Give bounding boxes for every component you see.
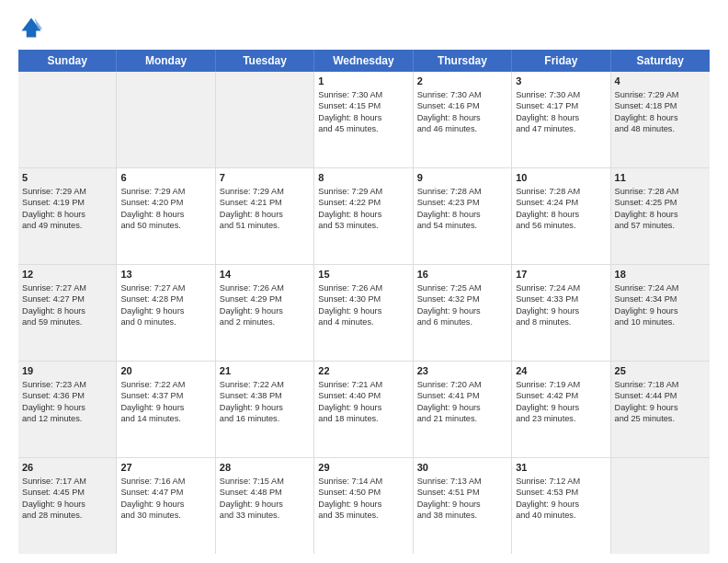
cell-info-line: Daylight: 8 hours [516, 209, 606, 220]
cell-info-line: Sunrise: 7:30 AM [318, 89, 408, 100]
cell-info-line: and 56 minutes. [516, 220, 606, 231]
cell-info-line: Sunset: 4:22 PM [318, 197, 408, 208]
cell-info-line: Sunset: 4:23 PM [417, 197, 507, 208]
cell-info-line: and 57 minutes. [615, 220, 706, 231]
calendar-cell-14: 14Sunrise: 7:26 AMSunset: 4:29 PMDayligh… [216, 265, 314, 361]
cell-info-line: Sunset: 4:24 PM [516, 197, 606, 208]
cell-info-line: Daylight: 9 hours [120, 402, 210, 413]
cell-info-line: Sunrise: 7:28 AM [516, 186, 606, 197]
calendar-cell-18: 18Sunrise: 7:24 AMSunset: 4:34 PMDayligh… [611, 265, 710, 361]
day-number: 18 [615, 268, 706, 282]
day-number: 28 [220, 461, 310, 475]
calendar-row-1: 5Sunrise: 7:29 AMSunset: 4:19 PMDaylight… [18, 168, 710, 265]
cell-info-line: and 6 minutes. [417, 316, 507, 327]
cell-info-line: Sunrise: 7:29 AM [220, 186, 310, 197]
calendar-cell-empty-0-0 [18, 72, 117, 167]
day-number: 11 [615, 171, 706, 185]
cell-info-line: Daylight: 8 hours [417, 112, 507, 123]
day-number: 24 [516, 364, 606, 378]
cell-info-line: Sunrise: 7:25 AM [417, 282, 507, 293]
day-number: 1 [318, 75, 408, 88]
cell-info-line: Sunrise: 7:20 AM [417, 379, 507, 390]
cell-info-line: Sunrise: 7:21 AM [318, 379, 408, 390]
calendar-cell-12: 12Sunrise: 7:27 AMSunset: 4:27 PMDayligh… [18, 265, 117, 361]
calendar-body: 1Sunrise: 7:30 AMSunset: 4:15 PMDaylight… [18, 72, 710, 554]
weekday-header-tuesday: Tuesday [216, 50, 314, 72]
weekday-header-monday: Monday [117, 50, 215, 72]
day-number: 7 [220, 171, 310, 185]
cell-info-line: Sunset: 4:53 PM [516, 487, 606, 498]
weekday-header-friday: Friday [512, 50, 610, 72]
cell-info-line: Daylight: 9 hours [318, 499, 408, 510]
calendar-cell-28: 28Sunrise: 7:15 AMSunset: 4:48 PMDayligh… [216, 458, 314, 554]
day-number: 3 [516, 75, 606, 88]
calendar-cell-26: 26Sunrise: 7:17 AMSunset: 4:45 PMDayligh… [18, 458, 117, 554]
cell-info-line: Daylight: 9 hours [417, 499, 507, 510]
calendar-cell-4: 4Sunrise: 7:29 AMSunset: 4:18 PMDaylight… [611, 72, 710, 167]
calendar-cell-21: 21Sunrise: 7:22 AMSunset: 4:38 PMDayligh… [216, 362, 314, 457]
cell-info-line: Daylight: 9 hours [516, 499, 606, 510]
cell-info-line: Sunset: 4:33 PM [516, 293, 606, 304]
calendar-cell-29: 29Sunrise: 7:14 AMSunset: 4:50 PMDayligh… [314, 458, 413, 554]
cell-info-line: Daylight: 8 hours [220, 209, 310, 220]
cell-info-line: Sunset: 4:37 PM [120, 390, 210, 401]
day-number: 31 [516, 461, 606, 475]
calendar-cell-empty-0-1 [117, 72, 215, 167]
cell-info-line: Daylight: 9 hours [220, 305, 310, 316]
cell-info-line: Sunrise: 7:26 AM [318, 282, 408, 293]
cell-info-line: and 48 minutes. [615, 123, 706, 134]
cell-info-line: Daylight: 9 hours [318, 305, 408, 316]
cell-info-line: Daylight: 8 hours [516, 112, 606, 123]
calendar-cell-3: 3Sunrise: 7:30 AMSunset: 4:17 PMDaylight… [512, 72, 610, 167]
cell-info-line: Daylight: 8 hours [615, 209, 706, 220]
cell-info-line: and 8 minutes. [516, 316, 606, 327]
calendar-cell-2: 2Sunrise: 7:30 AMSunset: 4:16 PMDaylight… [414, 72, 512, 167]
cell-info-line: Sunset: 4:44 PM [615, 390, 706, 401]
cell-info-line: and 30 minutes. [120, 510, 210, 521]
calendar-cell-empty-0-2 [216, 72, 314, 167]
cell-info-line: Sunset: 4:40 PM [318, 390, 408, 401]
day-number: 10 [516, 171, 606, 185]
calendar-cell-24: 24Sunrise: 7:19 AMSunset: 4:42 PMDayligh… [512, 362, 610, 457]
cell-info-line: Sunset: 4:18 PM [615, 100, 706, 111]
cell-info-line: Sunset: 4:42 PM [516, 390, 606, 401]
cell-info-line: and 18 minutes. [318, 413, 408, 424]
cell-info-line: Sunrise: 7:17 AM [22, 476, 112, 487]
cell-info-line: Daylight: 9 hours [22, 402, 112, 413]
cell-info-line: Daylight: 9 hours [615, 402, 706, 413]
cell-info-line: Sunset: 4:16 PM [417, 100, 507, 111]
cell-info-line: Sunrise: 7:22 AM [220, 379, 310, 390]
cell-info-line: Sunrise: 7:30 AM [516, 89, 606, 100]
day-number: 16 [417, 268, 507, 282]
day-number: 15 [318, 268, 408, 282]
cell-info-line: Sunrise: 7:16 AM [120, 476, 210, 487]
cell-info-line: and 23 minutes. [516, 413, 606, 424]
day-number: 17 [516, 268, 606, 282]
calendar-cell-8: 8Sunrise: 7:29 AMSunset: 4:22 PMDaylight… [314, 168, 413, 264]
cell-info-line: Daylight: 9 hours [120, 499, 210, 510]
cell-info-line: Daylight: 8 hours [417, 209, 507, 220]
cell-info-line: and 40 minutes. [516, 510, 606, 521]
cell-info-line: and 14 minutes. [120, 413, 210, 424]
cell-info-line: Daylight: 9 hours [220, 499, 310, 510]
calendar-cell-15: 15Sunrise: 7:26 AMSunset: 4:30 PMDayligh… [314, 265, 413, 361]
calendar-cell-17: 17Sunrise: 7:24 AMSunset: 4:33 PMDayligh… [512, 265, 610, 361]
cell-info-line: Sunrise: 7:29 AM [318, 186, 408, 197]
cell-info-line: Daylight: 9 hours [318, 402, 408, 413]
day-number: 25 [615, 364, 706, 378]
cell-info-line: Sunset: 4:50 PM [318, 487, 408, 498]
calendar-row-4: 26Sunrise: 7:17 AMSunset: 4:45 PMDayligh… [18, 458, 710, 554]
cell-info-line: and 46 minutes. [417, 123, 507, 134]
cell-info-line: Daylight: 9 hours [516, 402, 606, 413]
calendar-cell-22: 22Sunrise: 7:21 AMSunset: 4:40 PMDayligh… [314, 362, 413, 457]
cell-info-line: and 4 minutes. [318, 316, 408, 327]
cell-info-line: Sunrise: 7:23 AM [22, 379, 112, 390]
cell-info-line: Sunset: 4:51 PM [417, 487, 507, 498]
day-number: 13 [120, 268, 210, 282]
cell-info-line: and 21 minutes. [417, 413, 507, 424]
cell-info-line: Daylight: 9 hours [220, 402, 310, 413]
weekday-header-saturday: Saturday [611, 50, 710, 72]
cell-info-line: Sunrise: 7:27 AM [22, 282, 112, 293]
weekday-header-sunday: Sunday [18, 50, 117, 72]
cell-info-line: and 10 minutes. [615, 316, 706, 327]
